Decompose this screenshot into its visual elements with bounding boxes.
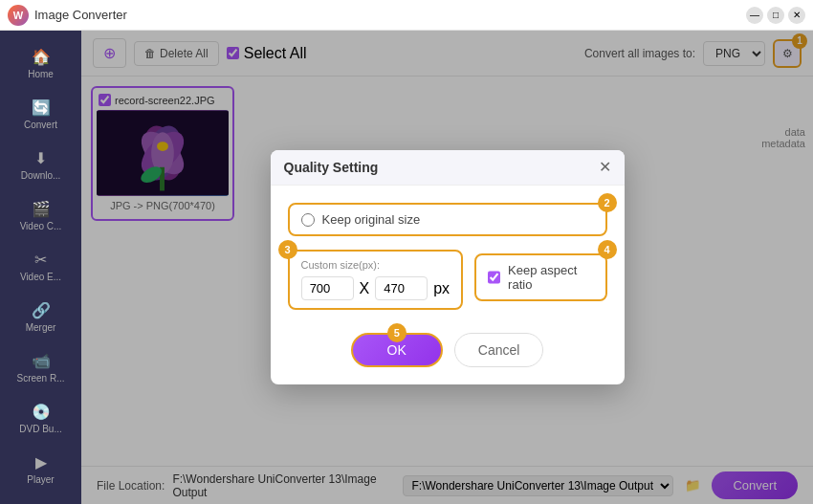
sidebar-item-download[interactable]: ⬇ Downlo... bbox=[0, 142, 81, 188]
sidebar-item-dvd-label: DVD Bu... bbox=[19, 424, 61, 434]
sidebar-item-screen[interactable]: 📹 Screen R... bbox=[0, 344, 81, 391]
sidebar-item-videoc[interactable]: 🎬 Video C... bbox=[0, 192, 81, 239]
px-label: px bbox=[433, 280, 450, 297]
title-bar-title: Image Converter bbox=[34, 8, 127, 22]
dialog-title: Quality Setting bbox=[284, 160, 379, 175]
custom-size-box: Custom size(px): X px bbox=[288, 250, 464, 310]
sidebar-item-merger-label: Merger bbox=[26, 322, 56, 333]
custom-size-inputs: X px bbox=[301, 276, 450, 300]
sidebar-item-videoe[interactable]: ✂ Video E... bbox=[0, 243, 81, 290]
keep-original-option: Keep original size bbox=[288, 203, 607, 236]
badge-5: 5 bbox=[387, 323, 406, 342]
sidebar-item-home[interactable]: 🏠 Home bbox=[0, 40, 81, 87]
cancel-button[interactable]: Cancel bbox=[454, 333, 544, 367]
dialog-footer: 5 OK Cancel bbox=[271, 323, 625, 384]
merger-icon: 🔗 bbox=[32, 301, 51, 319]
keep-original-label: Keep original size bbox=[322, 212, 421, 227]
sidebar-item-videoc-label: Video C... bbox=[20, 221, 62, 231]
maximize-button[interactable]: □ bbox=[767, 7, 784, 24]
sidebar-item-home-label: Home bbox=[28, 69, 54, 79]
badge-4: 4 bbox=[598, 240, 617, 259]
main-content: 🏠 Home 🔄 Convert ⬇ Downlo... 🎬 Video C..… bbox=[0, 31, 813, 504]
player-icon: ▶ bbox=[35, 453, 47, 471]
sidebar-item-screen-label: Screen R... bbox=[16, 373, 64, 383]
videoe-icon: ✂ bbox=[34, 251, 47, 269]
dialog-header: Quality Setting ✕ bbox=[271, 150, 625, 186]
sidebar-item-convert-label: Convert bbox=[24, 120, 57, 130]
keep-original-radio[interactable] bbox=[301, 213, 315, 227]
title-bar-left: W Image Converter bbox=[8, 5, 127, 26]
sidebar-item-videoe-label: Video E... bbox=[20, 272, 61, 282]
minimize-button[interactable]: — bbox=[746, 7, 763, 24]
videoc-icon: 🎬 bbox=[32, 200, 51, 218]
dvd-icon: 💿 bbox=[32, 403, 51, 421]
keep-aspect-box: Keep aspect ratio bbox=[474, 253, 606, 301]
sidebar-item-toolbox[interactable]: 🧰 Toolbox bbox=[0, 496, 81, 504]
keep-aspect-label: Keep aspect ratio bbox=[508, 263, 593, 292]
app-icon: W bbox=[8, 5, 29, 26]
app-window: W Image Converter — □ ✕ 🏠 Home 🔄 Convert… bbox=[0, 0, 813, 504]
convert-icon: 🔄 bbox=[32, 99, 51, 117]
screen-icon: 📹 bbox=[32, 352, 51, 370]
keep-aspect-section: 4 Keep aspect ratio bbox=[474, 250, 606, 305]
modal-overlay: Quality Setting ✕ 2 Keep original size bbox=[81, 31, 813, 504]
badge-3: 3 bbox=[278, 240, 297, 259]
keep-aspect-checkbox[interactable] bbox=[488, 271, 500, 284]
sidebar-item-dvd[interactable]: 💿 DVD Bu... bbox=[0, 395, 81, 442]
x-label: X bbox=[360, 280, 370, 297]
badge-2: 2 bbox=[598, 193, 617, 212]
dialog-close-button[interactable]: ✕ bbox=[599, 160, 611, 175]
sidebar-item-player[interactable]: ▶ Player bbox=[0, 446, 81, 493]
custom-size-label: Custom size(px): bbox=[301, 259, 450, 271]
ok-wrapper: 5 OK bbox=[351, 333, 443, 367]
width-input[interactable] bbox=[301, 276, 354, 300]
keep-original-section: 2 Keep original size bbox=[288, 203, 607, 236]
sidebar-item-download-label: Downlo... bbox=[21, 170, 61, 181]
download-icon: ⬇ bbox=[34, 149, 47, 167]
sidebar-item-player-label: Player bbox=[27, 474, 54, 485]
height-input[interactable] bbox=[375, 276, 428, 300]
sidebar-item-convert[interactable]: 🔄 Convert bbox=[0, 91, 81, 138]
size-row: 3 Custom size(px): X px bbox=[288, 250, 607, 310]
close-button[interactable]: ✕ bbox=[788, 7, 805, 24]
custom-size-section: 3 Custom size(px): X px bbox=[288, 250, 464, 310]
quality-dialog: Quality Setting ✕ 2 Keep original size bbox=[271, 150, 625, 384]
home-icon: 🏠 bbox=[32, 48, 51, 66]
sidebar-item-merger[interactable]: 🔗 Merger bbox=[0, 294, 81, 340]
title-bar: W Image Converter — □ ✕ bbox=[0, 0, 813, 31]
dialog-body: 2 Keep original size 3 bbox=[271, 186, 625, 323]
window-controls: — □ ✕ bbox=[746, 7, 805, 24]
sidebar: 🏠 Home 🔄 Convert ⬇ Downlo... 🎬 Video C..… bbox=[0, 31, 81, 504]
page-content: ⊕ 🗑 Delete All Select All Convert all im… bbox=[81, 31, 813, 504]
